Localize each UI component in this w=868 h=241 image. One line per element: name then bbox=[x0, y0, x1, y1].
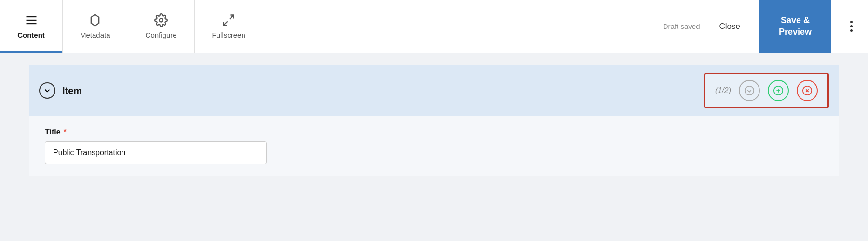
svg-point-7 bbox=[745, 86, 754, 95]
configure-icon bbox=[154, 13, 168, 27]
item-header-left: Item bbox=[39, 82, 82, 99]
tab-configure-label: Configure bbox=[146, 31, 177, 39]
toolbar: Content Metadata Configure Fullscreen Dr… bbox=[0, 0, 868, 53]
item-block: Item (1/2) bbox=[29, 65, 839, 176]
tab-metadata[interactable]: Metadata bbox=[63, 0, 128, 53]
remove-item-button[interactable] bbox=[797, 80, 818, 101]
move-down-button[interactable] bbox=[739, 80, 760, 101]
title-input[interactable] bbox=[45, 141, 267, 164]
tab-configure[interactable]: Configure bbox=[128, 0, 195, 53]
collapse-button[interactable] bbox=[39, 82, 55, 99]
svg-point-4 bbox=[160, 19, 163, 22]
form-section: Title * bbox=[29, 116, 839, 176]
toolbar-right: Draft saved Close Save &Preview bbox=[663, 0, 868, 53]
title-field-label: Title * bbox=[45, 128, 823, 136]
tab-content[interactable]: Content bbox=[0, 0, 63, 53]
x-icon bbox=[802, 85, 813, 96]
svg-line-6 bbox=[224, 21, 228, 25]
tab-fullscreen[interactable]: Fullscreen bbox=[195, 0, 263, 53]
more-dot-3 bbox=[850, 29, 853, 32]
svg-line-5 bbox=[230, 15, 234, 19]
item-label: Item bbox=[62, 85, 82, 96]
draft-status: Draft saved bbox=[663, 22, 700, 30]
content-area: Item (1/2) bbox=[0, 53, 868, 241]
metadata-icon bbox=[88, 13, 102, 27]
fullscreen-icon bbox=[222, 13, 235, 27]
svg-marker-3 bbox=[91, 14, 99, 26]
tab-metadata-label: Metadata bbox=[80, 31, 110, 39]
item-counter: (1/2) bbox=[715, 86, 731, 95]
tab-fullscreen-label: Fullscreen bbox=[212, 31, 245, 39]
item-controls: (1/2) bbox=[704, 73, 829, 108]
plus-icon bbox=[773, 85, 784, 96]
item-header: Item (1/2) bbox=[29, 65, 839, 116]
more-options-button[interactable] bbox=[842, 17, 860, 36]
title-label-text: Title bbox=[45, 128, 61, 136]
chevron-down-icon bbox=[43, 86, 52, 95]
more-dot-2 bbox=[850, 25, 853, 27]
required-star: * bbox=[64, 128, 67, 136]
tab-content-label: Content bbox=[17, 31, 45, 39]
content-icon bbox=[25, 13, 38, 27]
add-item-button[interactable] bbox=[768, 80, 789, 101]
close-button[interactable]: Close bbox=[711, 18, 747, 35]
more-dot-1 bbox=[850, 21, 853, 23]
arrow-down-icon bbox=[744, 85, 755, 96]
save-preview-button[interactable]: Save &Preview bbox=[760, 0, 831, 53]
